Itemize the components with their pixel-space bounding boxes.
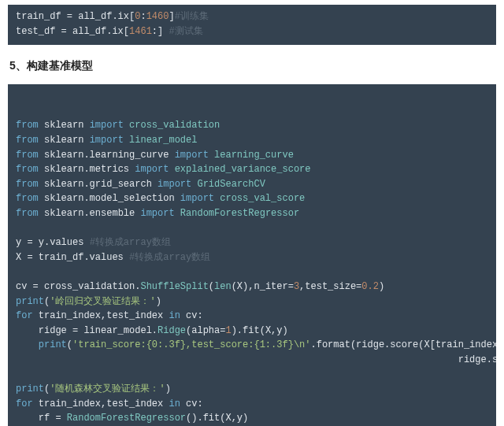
code-line: cv = cross_validation.ShuffleSplit(len(X… [16, 280, 488, 294]
code-token: 1461 [129, 26, 152, 37]
code-token: (X),n_iter= [232, 281, 294, 292]
code-token: from [16, 150, 39, 161]
code-token: : [140, 11, 146, 22]
code-token: from [16, 164, 39, 175]
code-token: for [16, 310, 33, 321]
code-line: for train_index,test_index in cv: [16, 397, 488, 412]
code-line: X = train_df.values #转换成array数组 [16, 250, 488, 265]
code-line: from sklearn.metrics import explained_va… [16, 162, 488, 177]
code-block-1: train_df = all_df.ix[0:1460]#训练集test_df … [8, 5, 496, 45]
code-token: sklearn [39, 135, 90, 146]
code-line: print('岭回归交叉验证结果：') [16, 294, 488, 309]
code-token: 'train_score:{0:.3f},test_score:{1:.3f}\… [72, 339, 310, 350]
code-token: ,test_size= [299, 281, 361, 292]
code-token: in [169, 398, 180, 409]
code-token: cv: [180, 398, 203, 409]
code-line: test_df = all_df.ix[1461:] #测试集 [16, 24, 488, 39]
code-token: (alpha= [186, 325, 225, 336]
code-line: from sklearn.learning_curve import learn… [16, 148, 488, 163]
code-block-2: from sklearn import cross_validationfrom… [8, 84, 496, 426]
code-token [16, 266, 21, 277]
code-token: import [175, 150, 209, 161]
code-token: print [16, 296, 44, 307]
code-token: import [135, 164, 169, 175]
code-token: in [169, 310, 180, 321]
code-token: ridge.score( [16, 354, 496, 365]
code-token: 3 [294, 281, 299, 292]
code-token: len [214, 281, 232, 292]
code-token: print [16, 383, 44, 395]
code-token: from [16, 179, 39, 190]
code-token: ( [67, 339, 72, 350]
code-line: rf = RandomForestRegressor().fit(X,y) [16, 411, 488, 426]
code-token: cv = cross_validation. [16, 281, 140, 292]
code-token: '岭回归交叉验证结果：' [50, 296, 155, 307]
code-token: #转换成array数组 [90, 237, 171, 248]
code-line [16, 367, 488, 382]
code-token: sklearn.model_selection [39, 193, 180, 204]
code-line: ridge = linear_model.Ridge(alpha=1).fit(… [16, 324, 488, 339]
code-token: :] [152, 26, 169, 37]
code-token: from [16, 135, 39, 146]
code-line: ridge.score( [16, 353, 488, 368]
code-token: import [90, 120, 124, 131]
code-line: from sklearn import linear_model [16, 133, 488, 148]
code-token: Ridge [158, 325, 186, 336]
code-line: from sklearn.ensemble import RandomFores… [16, 206, 488, 221]
code-token: #测试集 [169, 26, 202, 37]
code-token: cross_validation [124, 120, 220, 131]
code-token: GridSearchCV [191, 179, 265, 190]
code-token: sklearn.metrics [39, 164, 135, 175]
code-token: train_index,test_index [33, 398, 169, 409]
code-token: ShuffleSplit [140, 281, 208, 292]
code-token: train_df = all_df.ix[ [16, 11, 135, 22]
code-token: import [180, 193, 214, 204]
code-token: print [39, 339, 67, 350]
code-token: sklearn.ensemble [39, 208, 141, 219]
code-token: 1 [225, 325, 231, 336]
code-token: sklearn [39, 120, 90, 131]
code-token: RandomForestRegressor [67, 413, 186, 424]
code-line: train_df = all_df.ix[0:1460]#训练集 [16, 9, 488, 24]
code-line: for train_index,test_index in cv: [16, 309, 488, 324]
code-token: #训练集 [175, 11, 209, 22]
code-token: linear_model [124, 135, 198, 146]
code-line [16, 265, 488, 280]
code-token: #转换成array数组 [129, 252, 210, 263]
code-token: test_df = all_df.ix[ [16, 26, 129, 37]
code-token: ().fit(X,y) [186, 413, 248, 424]
code-token: y = y.values [16, 237, 90, 248]
code-token: from [16, 120, 39, 131]
code-token [16, 339, 39, 350]
code-token: ridge = linear_model. [16, 325, 158, 336]
code-token: 1460 [146, 11, 169, 22]
code-token: sklearn.learning_curve [39, 150, 175, 161]
code-line: print('随机森林交叉验证结果：') [16, 382, 488, 397]
code-line: from sklearn.model_selection import cros… [16, 191, 488, 206]
code-token: cross_val_score [214, 193, 305, 204]
code-token: ) [379, 281, 384, 292]
code-token: import [90, 135, 124, 146]
code-token: sklearn.grid_search [39, 179, 158, 190]
code-token: '随机森林交叉验证结果：' [50, 383, 165, 395]
code-token: ] [169, 11, 174, 22]
code-token: train_index,test_index [33, 310, 169, 321]
code-line [16, 221, 488, 236]
code-token: .format(ridge.score(X[train_index],y[tra… [310, 339, 496, 350]
code-token: for [16, 398, 33, 409]
document-root: train_df = all_df.ix[0:1460]#训练集test_df … [0, 0, 504, 426]
code-token: from [16, 208, 39, 219]
code-token: ) [165, 383, 171, 395]
code-token: ( [209, 281, 214, 292]
code-line: from sklearn import cross_validation [16, 118, 488, 133]
section-heading: 5、构建基准模型 [9, 59, 496, 73]
code-token: RandomForestRegressor [175, 208, 299, 219]
code-token: import [158, 179, 191, 190]
code-line: y = y.values #转换成array数组 [16, 235, 488, 250]
code-token: import [140, 208, 174, 219]
code-token: from [16, 193, 39, 204]
code-token: learning_curve [209, 150, 294, 161]
code-line: from sklearn.grid_search import GridSear… [16, 177, 488, 192]
code-token: explained_variance_score [169, 164, 310, 175]
code-token: ) [156, 296, 161, 307]
